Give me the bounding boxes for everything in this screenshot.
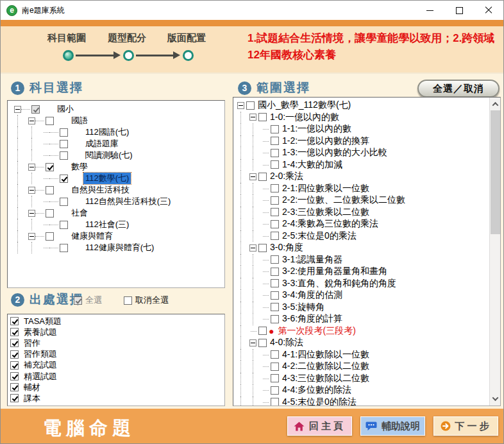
- source-list-item[interactable]: 補充試題: [8, 360, 224, 371]
- tree-row[interactable]: 3-1:認識量角器: [233, 254, 489, 266]
- tree-checkbox[interactable]: [258, 327, 267, 335]
- tree-checkbox[interactable]: [271, 303, 279, 311]
- tree-checkbox[interactable]: [46, 163, 54, 171]
- help-button[interactable]: 輔助說明: [360, 416, 425, 436]
- tree-checkbox[interactable]: [46, 232, 54, 241]
- tree-item-label[interactable]: 4-2:二位數除以二位數: [280, 361, 371, 372]
- tree-checkbox[interactable]: [271, 160, 279, 169]
- tree-row[interactable]: 3-3:直角、銳角和鈍角的角度: [233, 278, 489, 290]
- expand-toggle-icon[interactable]: [28, 187, 35, 194]
- tree-checkbox[interactable]: [271, 125, 279, 133]
- tree-checkbox[interactable]: [31, 105, 40, 114]
- tree-row[interactable]: 1-3:一億以內數的大小比較: [233, 147, 489, 159]
- home-button[interactable]: 回主頁: [287, 416, 352, 436]
- source-list-item[interactable]: 課本: [8, 393, 224, 404]
- source-item-checkbox[interactable]: [10, 328, 19, 336]
- tree-checkbox[interactable]: [60, 140, 68, 148]
- expand-toggle-icon[interactable]: [249, 114, 256, 121]
- tree-row[interactable]: ●第一次段考(三段考): [233, 325, 489, 337]
- tree-item-label[interactable]: 112社會(三): [83, 219, 131, 230]
- tree-checkbox[interactable]: [46, 186, 54, 194]
- expand-toggle-icon[interactable]: [28, 164, 35, 171]
- tree-item-label[interactable]: 4-3:三位數除以二位數: [280, 373, 371, 384]
- tree-checkbox[interactable]: [46, 117, 54, 125]
- tree-row[interactable]: 2-2:一位數、二位數乘以二位數: [233, 194, 489, 207]
- tree-item-label[interactable]: 3-1:認識量角器: [280, 254, 344, 266]
- scroll-down-button[interactable]: [490, 393, 501, 404]
- tree-item-label[interactable]: 數學: [69, 161, 90, 173]
- tree-row[interactable]: 4-5:末位是0的除法: [233, 397, 489, 406]
- tree-item-label[interactable]: 4-0:除法: [268, 337, 305, 348]
- scrollbar-thumb[interactable]: [491, 110, 500, 234]
- tree-item-label[interactable]: 1-4:大數的加減: [280, 159, 344, 171]
- tree-row[interactable]: 國小_數學_112數學(七): [233, 99, 489, 112]
- tree-item-label[interactable]: 3-2:使用量角器量角和畫角: [280, 266, 389, 277]
- source-item-checkbox[interactable]: [10, 383, 19, 391]
- tree-item-label[interactable]: 1-2:一億以內數的換算: [280, 135, 371, 147]
- source-list-item[interactable]: 輔材: [8, 382, 224, 393]
- tree-row[interactable]: 健康與體育: [8, 230, 224, 242]
- tree-checkbox[interactable]: [46, 209, 54, 218]
- minimize-button[interactable]: [415, 1, 444, 20]
- tree-row[interactable]: 國小: [8, 103, 224, 115]
- tree-row[interactable]: 4-0:除法: [233, 337, 489, 349]
- tree-item-label[interactable]: 2-1:四位數乘以一位數: [280, 183, 371, 194]
- tree-item-label[interactable]: 112數學(七): [83, 173, 131, 184]
- tree-checkbox[interactable]: [258, 244, 267, 252]
- tree-row[interactable]: 112健康與體育(七): [8, 242, 224, 253]
- tree-row[interactable]: 數學: [8, 161, 224, 173]
- expand-toggle-icon[interactable]: [249, 173, 256, 180]
- tree-row[interactable]: 112自然與生活科技(三): [8, 196, 224, 207]
- tree-item-label[interactable]: 2-4:乘數為三位數的乘法: [280, 218, 380, 230]
- next-button[interactable]: 下一步: [433, 416, 498, 436]
- tree-checkbox[interactable]: [271, 279, 279, 287]
- step-circle-2[interactable]: [123, 50, 134, 61]
- tree-row[interactable]: 3-2:使用量角器量角和畫角: [233, 266, 489, 278]
- tree-checkbox[interactable]: [60, 151, 68, 160]
- tree-row[interactable]: 2-0:乘法: [233, 171, 489, 183]
- tree-item-label[interactable]: 國小: [55, 103, 76, 115]
- tree-item-label[interactable]: 1-3:一億以內數的大小比較: [280, 147, 389, 158]
- tree-checkbox[interactable]: [271, 363, 279, 371]
- step-circle-1-active[interactable]: [63, 50, 74, 61]
- tree-row[interactable]: 4-3:三位數除以二位數: [233, 373, 489, 385]
- tree-item-label[interactable]: 閱讀測驗(七): [83, 149, 135, 161]
- tree-checkbox[interactable]: [60, 198, 68, 206]
- tree-row[interactable]: 閱讀測驗(七): [8, 149, 224, 161]
- tree-item-label[interactable]: 112自然與生活科技(三): [83, 196, 172, 207]
- source-list-item[interactable]: TASA類題: [8, 316, 224, 327]
- tree-checkbox[interactable]: [60, 221, 68, 229]
- tree-row[interactable]: 4-2:二位數除以二位數: [233, 361, 489, 373]
- deselect-all-checkbox-group[interactable]: 取消全選: [124, 295, 169, 306]
- tree-row[interactable]: 2-4:乘數為三位數的乘法: [233, 218, 489, 230]
- expand-toggle-icon[interactable]: [249, 244, 256, 252]
- tree-item-label[interactable]: 成語題庫: [83, 138, 121, 149]
- source-list-item[interactable]: 精選試題: [8, 371, 224, 382]
- tree-row[interactable]: 1-4:大數的加減: [233, 159, 489, 171]
- tree-checkbox[interactable]: [258, 339, 267, 347]
- step-circle-3[interactable]: [183, 50, 194, 61]
- source-item-checkbox[interactable]: [10, 317, 19, 325]
- tree-row[interactable]: 4-1:四位數除以一位數: [233, 349, 489, 361]
- tree-checkbox[interactable]: [258, 173, 267, 181]
- tree-item-label[interactable]: 社會: [69, 207, 90, 219]
- tree-checkbox[interactable]: [271, 184, 279, 192]
- tree-checkbox[interactable]: [271, 232, 279, 240]
- tree-row[interactable]: 1-2:一億以內數的換算: [233, 135, 489, 148]
- tree-checkbox[interactable]: [271, 149, 279, 157]
- maximize-button[interactable]: [444, 1, 474, 20]
- scroll-up-button[interactable]: [490, 99, 501, 110]
- tree-checkbox[interactable]: [271, 315, 279, 323]
- deselect-all-checkbox[interactable]: [124, 296, 132, 305]
- expand-toggle-icon[interactable]: [28, 233, 35, 240]
- tree-item-label[interactable]: 健康與體育: [69, 230, 115, 242]
- tree-row[interactable]: 國語: [8, 115, 224, 126]
- tree-row[interactable]: 2-3:三位數乘以二位數: [233, 207, 489, 219]
- tree-item-label[interactable]: 4-1:四位數除以一位數: [280, 349, 371, 361]
- tree-checkbox[interactable]: [271, 350, 279, 359]
- tree-item-label[interactable]: 3-6:角度的計算: [280, 313, 344, 325]
- tree-row[interactable]: 112社會(三): [8, 219, 224, 230]
- tree-item-label[interactable]: 112健康與體育(七): [83, 242, 156, 253]
- tree-row[interactable]: 1-1:一億以內的數: [233, 123, 489, 135]
- select-all-checkbox[interactable]: [74, 296, 82, 305]
